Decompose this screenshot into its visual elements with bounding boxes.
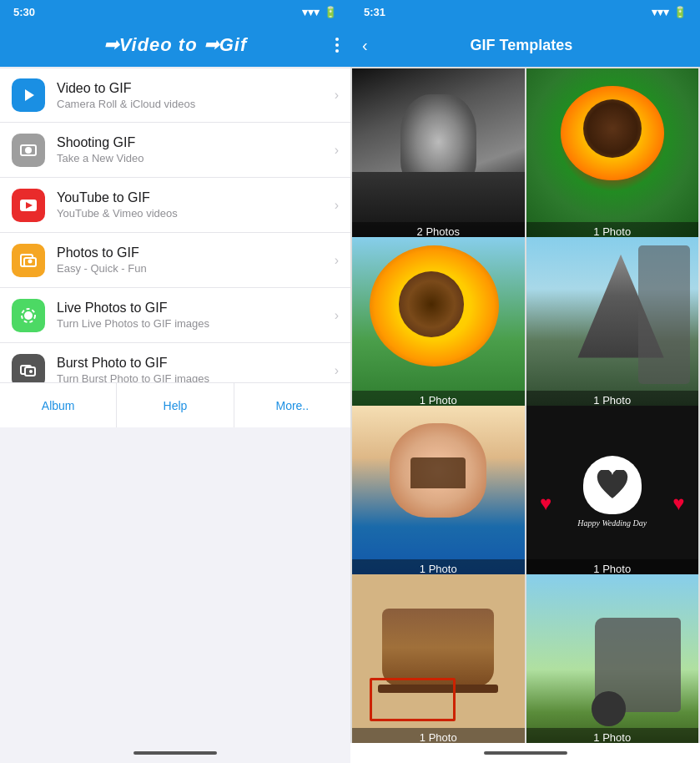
- photos-to-gif-icon: [12, 244, 45, 277]
- right-status-bar: 5:31 ▾▾▾ 🔋: [350, 0, 700, 23]
- menu-item-youtube-to-gif[interactable]: YouTube to GIF YouTube & Vimeo videos ›: [0, 178, 350, 233]
- template-label-6: 1 Photo: [352, 728, 525, 744]
- right-home-bar: [484, 751, 567, 755]
- template-item-motorcycle[interactable]: 1 Photo: [526, 574, 699, 743]
- menu-item-video-to-gif[interactable]: Video to GIF Camera Roll & iCloud videos…: [0, 68, 350, 123]
- wedding-heart: [583, 456, 642, 514]
- youtube-to-gif-icon: [12, 189, 45, 222]
- menu-text-photos: Photos to GIF Easy - Quick - Fun: [57, 245, 328, 275]
- menu-subtitle-live: Turn Live Photos to GIF images: [57, 317, 328, 330]
- heart-left-icon: ♥: [540, 492, 551, 515]
- template-label-7: 1 Photo: [526, 728, 699, 744]
- stamp-body: [382, 609, 494, 686]
- template-item-sunflower-big[interactable]: 1 Photo: [352, 237, 525, 410]
- svg-marker-0: [25, 89, 34, 101]
- home-bar: [133, 751, 217, 755]
- mountain-image: [526, 237, 699, 410]
- chevron-icon: ›: [335, 198, 339, 213]
- menu-subtitle-photos: Easy - Quick - Fun: [57, 262, 328, 275]
- svg-point-12: [29, 370, 33, 373]
- menu-subtitle-burst: Turn Burst Photo to GIF images: [57, 372, 328, 382]
- tab-help[interactable]: Help: [117, 383, 234, 427]
- menu-text-burst: Burst Photo to GIF Turn Burst Photo to G…: [57, 356, 328, 382]
- left-status-bar: 5:30 ▾▾▾ 🔋: [0, 0, 350, 23]
- wedding-image: ♥ Happy Wedding Day ♥: [526, 406, 699, 579]
- template-item-sunflower-yellow[interactable]: 1 Photo: [526, 68, 699, 241]
- menu-subtitle-youtube: YouTube & Vimeo videos: [57, 207, 328, 220]
- menu-title-youtube: YouTube to GIF: [57, 190, 328, 205]
- svg-point-7: [28, 259, 33, 263]
- menu-item-photos-to-gif[interactable]: Photos to GIF Easy - Quick - Fun ›: [0, 233, 350, 288]
- menu-item-burst-photo[interactable]: Burst Photo to GIF Turn Burst Photo to G…: [0, 343, 350, 382]
- motorcycle-image: [526, 574, 699, 743]
- burst-photo-icon: [12, 354, 45, 383]
- video-to-gif-icon: [12, 78, 45, 112]
- wedding-text: Happy Wedding Day: [577, 518, 647, 528]
- chevron-icon: ›: [335, 88, 339, 103]
- chevron-icon: ›: [335, 143, 339, 158]
- right-wifi-icon: ▾▾▾: [652, 6, 669, 18]
- tab-more[interactable]: More..: [234, 383, 350, 427]
- battery-icon: 🔋: [324, 6, 337, 18]
- face-image: [352, 406, 525, 579]
- wifi-icon: ▾▾▾: [302, 6, 320, 18]
- menu-title-shooting-gif: Shooting GIF: [57, 135, 328, 150]
- heart-right-icon: ♥: [672, 492, 684, 515]
- right-battery-icon: 🔋: [673, 6, 687, 18]
- menu-list: Video to GIF Camera Roll & iCloud videos…: [0, 67, 350, 382]
- shooting-gif-icon: [12, 134, 45, 167]
- stamp-image: [352, 574, 525, 743]
- right-title: GIF Templates: [380, 37, 663, 54]
- svg-point-8: [24, 311, 33, 320]
- svg-point-1: [25, 147, 32, 154]
- left-time: 5:30: [13, 6, 35, 18]
- menu-text-shooting-gif: Shooting GIF Take a New Video: [57, 135, 328, 164]
- left-header: ➟Video to ➟Gif: [0, 23, 350, 67]
- menu-title-photos: Photos to GIF: [57, 245, 328, 260]
- gif-templates-grid: 2 Photos 1 Photo 1 Photo 1 Photo: [350, 67, 700, 743]
- menu-title-live: Live Photos to GIF: [57, 301, 328, 316]
- sunflower-yellow-image: [526, 68, 699, 241]
- menu-text-video-to-gif: Video to GIF Camera Roll & iCloud videos: [57, 81, 328, 110]
- menu-item-shooting-gif[interactable]: Shooting GIF Take a New Video ›: [0, 123, 350, 178]
- sunflower-big-image: [352, 237, 525, 410]
- left-home-indicator: [0, 743, 350, 763]
- right-time: 5:31: [364, 6, 385, 18]
- menu-text-live: Live Photos to GIF Turn Live Photos to G…: [57, 301, 328, 330]
- menu-subtitle-shooting-gif: Take a New Video: [57, 152, 328, 164]
- stamp-red-border: [370, 678, 456, 721]
- chevron-icon: ›: [335, 363, 339, 378]
- right-status-icons: ▾▾▾ 🔋: [652, 6, 687, 18]
- template-item-man-bw[interactable]: 2 Photos: [352, 68, 525, 241]
- menu-item-live-photos[interactable]: Live Photos to GIF Turn Live Photos to G…: [0, 288, 350, 343]
- template-item-mountain[interactable]: 1 Photo: [526, 237, 699, 410]
- man-bw-image: [352, 68, 525, 241]
- template-item-stamp[interactable]: 1 Photo: [352, 574, 525, 743]
- left-panel: 5:30 ▾▾▾ 🔋 ➟Video to ➟Gif Video to GIF C…: [0, 0, 350, 763]
- menu-title-burst: Burst Photo to GIF: [57, 356, 328, 371]
- right-home-indicator: [350, 743, 700, 763]
- menu-title-video-to-gif: Video to GIF: [57, 81, 328, 96]
- chevron-icon: ›: [335, 308, 339, 323]
- template-item-wedding[interactable]: ♥ Happy Wedding Day ♥ 1 Photo: [526, 406, 699, 579]
- tab-album[interactable]: Album: [0, 383, 117, 427]
- menu-text-youtube: YouTube to GIF YouTube & Vimeo videos: [57, 190, 328, 220]
- left-bottom-area: [0, 427, 350, 743]
- template-item-face[interactable]: 1 Photo: [352, 406, 525, 579]
- left-status-icons: ▾▾▾ 🔋: [302, 6, 337, 18]
- right-panel: 5:31 ▾▾▾ 🔋 ‹ GIF Templates 2 Photos 1 Ph…: [350, 0, 700, 763]
- chevron-icon: ›: [335, 253, 339, 268]
- back-button[interactable]: ‹: [362, 36, 368, 55]
- right-header: ‹ GIF Templates: [350, 23, 700, 67]
- menu-subtitle-video-to-gif: Camera Roll & iCloud videos: [57, 98, 328, 110]
- app-title: ➟Video to ➟Gif: [103, 34, 248, 56]
- live-photos-icon: [12, 299, 45, 332]
- tab-bar: Album Help More..: [0, 382, 350, 427]
- more-menu-button[interactable]: [335, 38, 339, 53]
